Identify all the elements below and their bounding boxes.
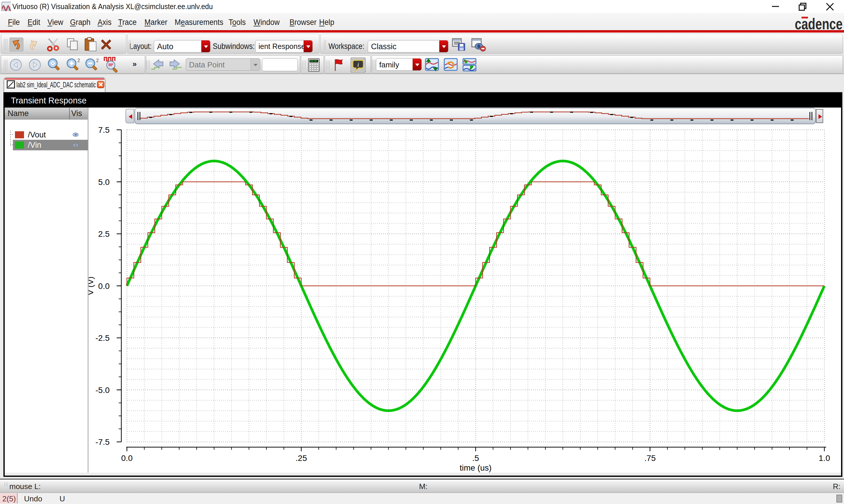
- svg-text:2.5: 2.5: [98, 230, 110, 238]
- svg-text:time (us): time (us): [460, 463, 492, 472]
- svg-text:-2.5: -2.5: [95, 334, 110, 343]
- svg-text:2: 2: [77, 58, 80, 63]
- svg-text:V (V): V (V): [89, 276, 95, 295]
- svg-text:.25: .25: [296, 454, 307, 463]
- svg-text:7.5: 7.5: [98, 125, 110, 134]
- svg-text:0.0: 0.0: [98, 282, 110, 291]
- svg-text:0.0: 0.0: [121, 454, 133, 463]
- svg-text:5.0: 5.0: [98, 178, 110, 187]
- svg-text:2: 2: [96, 58, 98, 63]
- svg-text:i: i: [357, 61, 359, 68]
- svg-text:-7.5: -7.5: [95, 437, 110, 447]
- svg-text:.75: .75: [644, 454, 656, 463]
- svg-text:-5.0: -5.0: [95, 385, 110, 395]
- svg-text:.5: .5: [472, 454, 479, 463]
- svg-text:1.0: 1.0: [819, 454, 830, 463]
